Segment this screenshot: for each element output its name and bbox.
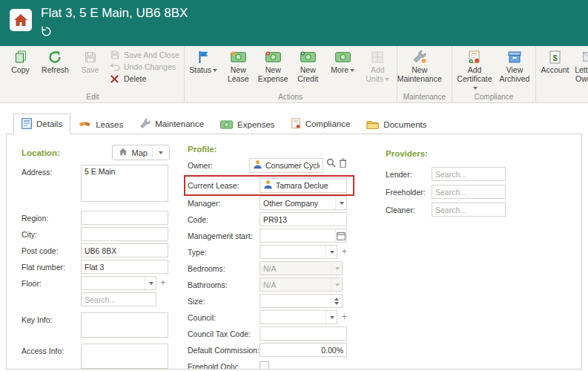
status-button[interactable]: Status [186,47,221,76]
undo-icon [110,63,121,71]
history-icon[interactable] [41,26,53,38]
cleaner-search-input[interactable] [432,203,506,217]
current-lease-field[interactable]: Tamara Declue [260,178,347,193]
address-label: Address: [22,165,81,177]
certificate-icon [469,49,480,65]
freehold-only-checkbox[interactable] [260,361,269,370]
flat-number-input[interactable] [81,260,168,274]
freeholder-row: Freeholder: [386,185,508,199]
banknote-expense-icon [265,49,281,65]
add-units-icon [371,49,383,65]
ribbon-group-label-maintenance: Maintenance [399,93,450,102]
copy-button[interactable]: Copy [3,47,38,76]
ribbon-group-label-actions: Actions [186,93,395,102]
chevron-down-icon [149,282,153,285]
cleaner-label: Cleaner: [386,203,432,214]
copy-icon [15,49,27,65]
add-council-button[interactable]: + [341,310,347,321]
map-button[interactable]: Map [112,145,170,160]
add-certificate-button[interactable]: Add Certificate [454,47,495,93]
certificate-icon [291,118,301,129]
delete-button[interactable]: Delete [108,73,182,84]
floor-search-row [22,292,170,306]
wrench-icon [412,49,426,65]
floor-select[interactable] [81,276,156,290]
code-input[interactable] [260,212,347,226]
key-info-input[interactable] [81,312,168,338]
key-info-row: Key Info: [22,312,170,338]
page-title: Flat 3, 5 E Main, UB6 8BX [41,7,188,21]
magnifier-icon[interactable] [326,158,336,168]
person-icon [253,159,262,172]
new-expense-button[interactable]: New Expense [256,47,291,85]
calendar-icon[interactable] [335,229,346,242]
spinner-icon[interactable] [331,295,342,307]
property-badge [10,9,32,31]
tab-compliance[interactable]: Compliance [283,114,359,134]
tab-expenses[interactable]: Expenses [212,116,283,134]
banknote-new-icon [231,49,246,65]
wrench-icon [139,118,151,129]
access-info-input[interactable] [81,344,168,369]
handshake-icon [79,119,91,129]
chevron-down-icon [385,78,389,81]
save-button[interactable]: Save [73,47,108,76]
freehold-only-row: Freehold Only: [188,359,347,370]
management-start-input[interactable] [260,229,347,243]
post-code-input[interactable] [81,243,168,257]
size-input[interactable] [260,294,343,308]
default-commission-input[interactable] [260,343,347,357]
council-tax-input[interactable] [260,326,347,341]
new-lease-button[interactable]: New Lease [221,47,256,85]
freeholder-label: Freeholder: [386,185,432,197]
current-lease-label: Current Lease: [188,178,260,190]
manager-select[interactable]: Other Company [260,196,347,210]
tab-details[interactable]: Details [13,114,70,134]
app-window: Flat 3, 5 E Main, UB6 8BX Copy Refresh S… [0,0,588,370]
floor-search-input[interactable] [81,292,156,306]
council-select[interactable] [260,310,338,324]
add-units-button[interactable]: Add Units [360,47,395,85]
council-tax-label: Council Tax Code: [188,326,260,338]
owner-field[interactable]: Consumer Cycles [249,158,323,173]
view-archived-button[interactable]: View Archived [495,47,534,85]
add-type-button[interactable]: + [341,245,347,256]
freehold-only-label: Freehold Only: [188,359,260,370]
folder-icon [366,119,379,129]
bedrooms-select[interactable]: N/A [260,261,343,275]
lender-search-input[interactable] [432,167,506,181]
undo-changes-button[interactable]: Undo Changes [108,62,182,72]
bathrooms-row: Bathrooms: N/A [188,278,347,292]
letter-to-owner-button[interactable]: Letter To Owner [572,47,588,85]
region-input[interactable] [81,211,168,225]
location-section: Location: Map Address: 5 E Main Region: … [22,145,170,358]
freeholder-search-input[interactable] [432,185,506,199]
bedrooms-label: Bedrooms: [188,261,260,273]
city-input[interactable] [81,227,168,241]
management-start-label: Management start: [188,229,260,240]
type-select[interactable] [260,245,338,259]
new-maintenance-button[interactable]: New Maintenance [399,47,440,85]
save-and-close-button[interactable]: Save And Close [108,50,182,60]
trash-icon[interactable] [339,158,347,168]
tab-maintenance[interactable]: Maintenance [131,114,212,134]
owner-label: Owner: [188,158,249,170]
tab-strip: Details Leases Maintenance Expenses Comp… [0,114,588,134]
more-button[interactable]: More [326,47,360,76]
tab-leases[interactable]: Leases [70,115,131,134]
details-panel: Location: Map Address: 5 E Main Region: … [6,134,582,370]
new-credit-button[interactable]: New Credit [291,47,326,85]
refresh-button[interactable]: Refresh [38,47,73,76]
ledger-icon: $ [549,49,561,65]
bathrooms-select[interactable]: N/A [260,278,343,292]
save-icon [85,49,96,65]
add-floor-button[interactable]: + [160,276,166,287]
size-label: Size: [188,294,260,306]
tab-documents[interactable]: Documents [358,115,435,134]
council-row: Council: + [188,310,347,324]
details-icon [22,118,32,129]
address-input[interactable]: 5 E Main [81,165,168,202]
chevron-down-icon [473,87,478,90]
account-button[interactable]: $ Account [538,47,572,76]
location-heading: Location: [22,148,60,157]
